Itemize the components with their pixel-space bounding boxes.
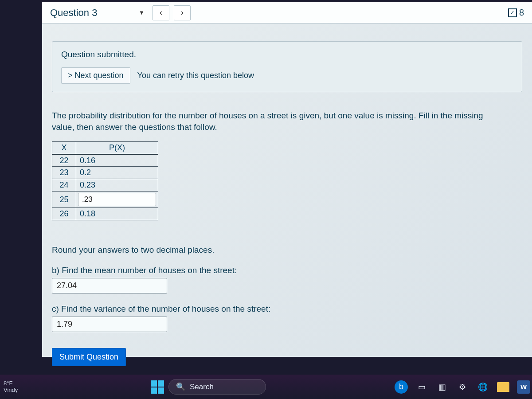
settings-icon[interactable]: ⚙	[456, 380, 469, 394]
cell-x: 25	[52, 192, 76, 208]
question-title: Question 3	[50, 7, 134, 19]
table-header-x: X	[52, 142, 76, 154]
file-explorer-icon[interactable]	[497, 380, 510, 394]
question-prompt: The probability distribution for the num…	[52, 110, 495, 133]
cell-x: 23	[52, 167, 76, 179]
missing-probability-input[interactable]	[78, 193, 156, 206]
table-body: 220.16230.2240.2325260.18	[52, 154, 158, 220]
task-view-icon[interactable]: ▭	[415, 380, 428, 394]
cell-px: 0.16	[76, 154, 158, 167]
taskbar-weather[interactable]: 8°F Vindy	[4, 380, 18, 394]
check-icon: ✓	[508, 8, 517, 17]
edge-icon[interactable]: 🌐	[476, 380, 489, 394]
cell-x: 24	[52, 179, 76, 192]
table-row: 260.18	[52, 208, 158, 220]
rounding-instruction: Round your answers to two decimal places…	[52, 245, 522, 255]
prev-question-button[interactable]: ‹	[153, 5, 169, 20]
windows-taskbar: 8°F Vindy 🔍 Search b ▭ ▥ ⚙ 🌐 W ▦ 🛡 ✂	[0, 375, 532, 399]
part-c-label: c) Find the variance of the number of ho…	[52, 304, 522, 314]
variance-input[interactable]	[52, 317, 167, 332]
part-b: b) Find the mean number of houses on the…	[52, 266, 522, 293]
mean-input[interactable]	[52, 278, 167, 293]
question-header: Question 3 ▼ ‹ › ✓ 8	[42, 2, 532, 23]
retry-hint: You can retry this question below	[137, 71, 254, 80]
search-placeholder: Search	[190, 383, 214, 391]
cell-px: 0.23	[76, 179, 158, 192]
weather-temp: 8°F	[4, 380, 18, 387]
cell-x: 26	[52, 208, 76, 220]
cell-px	[76, 192, 158, 208]
cell-px: 0.2	[76, 167, 158, 179]
question-dropdown-icon[interactable]: ▼	[139, 9, 145, 16]
table-row: 240.23	[52, 179, 158, 192]
submitted-label: Question submitted.	[61, 50, 513, 59]
widgets-icon[interactable]: ▥	[435, 380, 449, 394]
weather-cond: Vindy	[4, 387, 18, 394]
submitted-panel: Question submitted. > Next question You …	[52, 41, 522, 92]
word-icon[interactable]: W	[517, 380, 530, 394]
taskbar-app-icon[interactable]: b	[395, 380, 408, 394]
part-b-label: b) Find the mean number of houses on the…	[52, 266, 522, 275]
submit-question-button[interactable]: Submit Question	[52, 348, 126, 366]
table-row: 230.2	[52, 167, 158, 179]
cell-px: 0.18	[76, 208, 158, 220]
next-question-row: > Next question You can retry this quest…	[61, 67, 513, 84]
part-c: c) Find the variance of the number of ho…	[52, 304, 522, 332]
next-question-link-button[interactable]: > Next question	[61, 67, 130, 84]
question-content: Question submitted. > Next question You …	[42, 23, 532, 375]
taskbar-search[interactable]: 🔍 Search	[168, 379, 266, 395]
distribution-table: X P(X) 220.16230.2240.2325260.18	[52, 141, 158, 220]
points-value: 8	[519, 8, 524, 18]
cell-x: 22	[52, 154, 76, 167]
table-row: 25	[52, 192, 158, 208]
points-badge: ✓ 8	[508, 8, 524, 18]
table-header-px: P(X)	[76, 142, 158, 154]
assessment-page: Question 3 ▼ ‹ › ✓ 8 Question submitted.…	[42, 2, 532, 357]
table-row: 220.16	[52, 154, 158, 167]
search-icon: 🔍	[176, 382, 185, 391]
next-question-button[interactable]: ›	[174, 5, 191, 20]
start-button[interactable]	[151, 380, 164, 394]
